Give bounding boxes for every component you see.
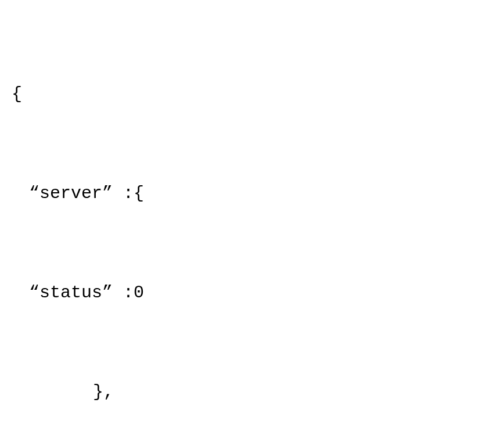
code-line-1: { xyxy=(12,78,492,111)
code-line-2: “server” :{ xyxy=(12,177,492,210)
code-line-3: “status” :0 xyxy=(12,276,492,310)
code-line-4: }, xyxy=(12,376,492,409)
code-snippet: { “server” :{ “status” :0 }, ″deviceRest… xyxy=(12,12,492,446)
